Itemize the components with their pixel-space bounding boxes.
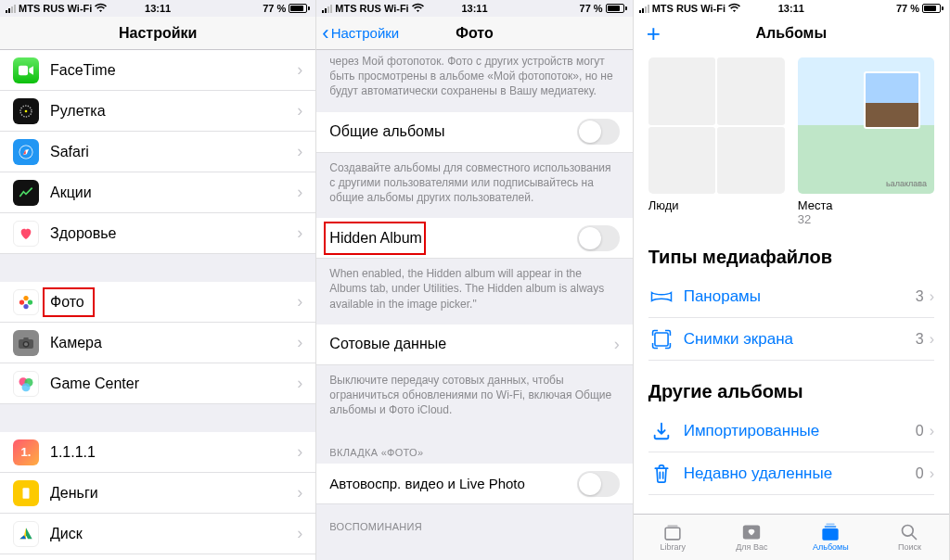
back-button[interactable]: ‹Настройки (322, 23, 399, 44)
signal-icon (6, 5, 16, 13)
row-money[interactable]: Деньги› (0, 473, 315, 514)
album-places[interactable]: ьалаклава Места 32 (798, 57, 934, 226)
photo-settings-list[interactable]: через Мой фотопоток. Фото с других устро… (316, 50, 632, 560)
row-label: Снимки экрана (684, 330, 916, 349)
svg-rect-0 (19, 65, 28, 75)
row-camera[interactable]: Камера› (0, 323, 315, 363)
tab-albums[interactable]: Альбомы (791, 515, 870, 560)
svg-point-11 (24, 342, 28, 346)
facetime-icon (13, 57, 39, 83)
nav-bar: ‹Настройки Фото (316, 17, 632, 50)
nav-title: Настройки (119, 25, 197, 42)
row-label: Деньги (50, 485, 297, 502)
carrier-label: MTS RUS Wi-Fi (652, 3, 725, 14)
tab-label: Альбомы (813, 542, 849, 552)
foryou-icon (741, 523, 762, 541)
row-stocks[interactable]: Акции› (0, 172, 315, 213)
row-autoplay[interactable]: Автовоспр. видео и Live Photo (316, 464, 632, 504)
chevron-right-icon: › (297, 292, 302, 312)
chevron-right-icon: › (297, 524, 302, 543)
svg-point-7 (23, 303, 28, 308)
safari-icon (13, 139, 39, 165)
row-label: 1.1.1.1 (50, 444, 297, 461)
section-header: ВКЛАДКА «ФОТО» (316, 430, 632, 464)
toggle[interactable] (577, 119, 620, 145)
hidden-desc: When enabled, the Hidden album will appe… (316, 259, 632, 325)
tab-bar: Library Для Вас Альбомы Поиск (634, 514, 949, 560)
app-icon: 1. (13, 439, 39, 465)
app-icon (13, 521, 39, 547)
thumb-title: Люди (648, 198, 785, 212)
svg-point-8 (19, 299, 24, 304)
wifi-icon (95, 3, 107, 14)
chevron-right-icon: › (297, 101, 302, 121)
chevron-right-icon: › (614, 335, 620, 354)
row-recently-deleted[interactable]: Недавно удаленные 0 › (648, 452, 934, 495)
nav-title: Фото (456, 25, 493, 42)
svg-rect-23 (827, 524, 835, 526)
toggle[interactable] (577, 471, 620, 497)
svg-line-25 (912, 535, 917, 540)
battery-pct: 77 % (896, 3, 919, 14)
tab-library[interactable]: Library (634, 515, 712, 560)
row-hidden-album[interactable]: Hidden Album (316, 218, 632, 259)
photo-settings-screen: MTS RUS Wi-Fi 13:11 77 % ‹Настройки Фото… (316, 0, 633, 560)
settings-list[interactable]: FaceTime› Рулетка› Safari› Акции› Здоров… (0, 50, 315, 560)
row-imported[interactable]: Импортированные 0 › (648, 410, 934, 452)
signal-icon (639, 5, 649, 13)
status-bar: MTS RUS Wi-Fi 13:11 77 % (316, 0, 632, 17)
tab-label: Поиск (898, 542, 921, 552)
row-kinopoisk[interactable]: КиноПоиск› (0, 554, 315, 560)
chevron-right-icon: › (297, 442, 302, 462)
ruler-icon (13, 98, 39, 124)
add-button[interactable]: + (647, 21, 661, 45)
chevron-right-icon: › (297, 60, 302, 80)
row-label: Недавно удаленные (684, 465, 916, 483)
battery-icon (606, 4, 627, 13)
status-time: 13:11 (778, 3, 804, 14)
battery-pct: 77 % (580, 3, 603, 14)
row-health[interactable]: Здоровье› (0, 213, 315, 254)
row-shared-albums[interactable]: Общие альбомы (316, 112, 632, 153)
tab-label: Library (660, 542, 686, 552)
row-label: Рулетка (50, 103, 297, 120)
chevron-right-icon: › (930, 465, 934, 482)
chevron-right-icon: › (297, 483, 302, 503)
svg-rect-12 (23, 337, 28, 340)
toggle[interactable] (577, 225, 620, 251)
row-gamecenter[interactable]: Game Center› (0, 363, 315, 404)
library-icon (662, 523, 683, 541)
albums-body[interactable]: Люди ьалаклава Места 32 Типы медиафайлов… (634, 50, 949, 514)
thumb-title: Места (798, 198, 934, 212)
row-screenshots[interactable]: Снимки экрана 3 › (648, 318, 934, 361)
row-1111[interactable]: 1.1.1.1.1› (0, 432, 315, 473)
svg-point-2 (25, 109, 28, 112)
tab-search[interactable]: Поиск (870, 515, 949, 560)
albums-icon (820, 523, 841, 541)
row-label: Камера (50, 335, 297, 351)
row-label: FaceTime (50, 62, 297, 79)
chevron-right-icon: › (297, 333, 302, 352)
album-people[interactable]: Люди (648, 57, 785, 226)
gamecenter-icon (13, 371, 39, 397)
row-roulette[interactable]: Рулетка› (0, 91, 315, 132)
tab-foryou[interactable]: Для Вас (712, 515, 791, 560)
row-disk[interactable]: Диск› (0, 514, 315, 554)
row-photos[interactable]: Фото › (0, 282, 315, 323)
svg-point-15 (22, 383, 31, 391)
row-cellular-data[interactable]: Сотовые данные › (316, 325, 632, 365)
svg-rect-21 (823, 528, 839, 541)
back-label: Настройки (331, 25, 400, 41)
row-panoramas[interactable]: Панорамы 3 › (648, 275, 934, 318)
status-time: 13:11 (145, 3, 171, 14)
row-count: 3 (916, 331, 924, 348)
row-label: Фото (50, 294, 297, 311)
row-label: Автовоспр. видео и Live Photo (329, 476, 576, 491)
chevron-left-icon: ‹ (322, 23, 328, 44)
people-thumbnail (648, 57, 785, 194)
thumb-count: 32 (798, 212, 934, 226)
section-gap (0, 254, 315, 282)
row-facetime[interactable]: FaceTime› (0, 50, 315, 91)
row-label: Hidden Album (329, 230, 576, 247)
row-safari[interactable]: Safari› (0, 132, 315, 172)
